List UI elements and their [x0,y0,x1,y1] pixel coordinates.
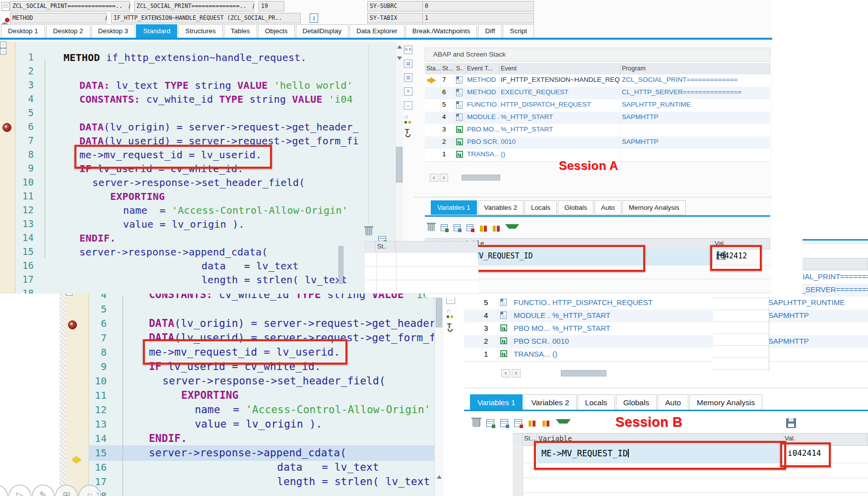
stack-scroll-left-button-a[interactable]: ‹ [430,174,438,182]
overlay-button-icon[interactable] [0,485,8,496]
stack-event-type-cell: MODULE .. [466,112,499,124]
stack-column-header[interactable]: Sta... [425,64,441,75]
var-tab-locals[interactable]: Locals [578,394,615,411]
stack-scroll-right-button-a[interactable]: › [440,174,448,182]
function-doc-icon [456,101,463,109]
compare-columns-icon[interactable] [528,419,537,429]
variables-tabstrip-b: Variables 1Variables 2LocalsGlobalsAutoM… [470,394,763,410]
debugger-collage: 1−METHOD if_http_extension~handle_reques… [0,0,868,496]
var-tab-globals[interactable]: Globals [616,394,657,411]
filter-column-icon[interactable] [556,419,565,429]
stack-level-cell: 4 [441,112,455,124]
debugger-window-session-a: ZCL_SOCIAL_PRINT==============.. / ZCL_S… [0,0,772,294]
compare-columns-icon[interactable] [479,224,488,233]
stack-row[interactable]: 1TRANSA...() [464,348,868,362]
stack-row[interactable]: 2PBO SCR...0010SAPMHTTP [425,136,770,149]
stack-program-cell: SAPMHTTP [620,112,770,124]
stack-hscrollbar-thumb-b[interactable] [561,370,606,376]
empty-variable-row[interactable] [513,478,868,493]
row-selector-cell [513,478,523,493]
pencil-icon[interactable]: ✎ [32,485,55,496]
stack-event-type-cell: TRANSA... [512,348,551,361]
stack-column-header[interactable]: St... [441,64,455,75]
delete-icon[interactable] [365,228,372,236]
stack-program-cell [620,124,770,136]
remove-variable-icon-glyph [514,419,522,427]
stack-program-cell [767,348,868,361]
var-tab-locals[interactable]: Locals [525,200,557,215]
stack-row[interactable]: 6METHODEXECUTE_REQUESTCL_HTTP_SERVER====… [425,87,770,100]
var-tab-memory-analysis[interactable]: Memory Analysis [689,394,762,411]
swap-columns-icon[interactable] [542,419,551,429]
stack-row[interactable]: 5FUNCTIO..HTTP_DISPATCH_REQUESTSAPLHTTP_… [425,99,770,112]
empty-variable-row[interactable] [513,493,868,496]
stack-row[interactable]: 4MODULE ..%_HTTP_STARTSAPMHTTP [464,310,868,323]
stack-current-cell [425,149,441,161]
stack-current-cell [425,136,441,149]
stack-level-cell: 3 [482,322,499,335]
stack-row[interactable]: 5FUNCTIO..HTTP_DISPATCH_REQUESTSAPLHTTP_… [464,297,868,310]
fragment-st-header: St.. [376,242,396,253]
select-variable-icon[interactable] [500,419,510,429]
var-tab-globals[interactable]: Globals [558,200,594,215]
stack-event-cell: 0010 [499,136,620,149]
row-selector-header-b [513,434,523,445]
stack-level-cell: 4 [482,310,499,322]
stack-event-type-cell: METHOD [466,74,499,87]
variables-underline-b [464,410,868,411]
select-variable-icon-glyph [500,419,508,427]
delete-icon[interactable] [472,419,482,429]
var-tab-variables-1[interactable]: Variables 1 [470,394,523,411]
row-selector-cell [513,493,523,496]
var-tab-variables-2[interactable]: Variables 2 [478,200,524,215]
stack-event-cell: HTTP_DISPATCH_REQUEST [499,99,620,112]
stack-program-cell: CL_HTTP_SERVER=============== [620,87,770,99]
stack-current-cell [464,310,482,322]
remove-variable-icon[interactable] [514,419,524,429]
row-selector-cell-b[interactable] [513,445,523,463]
current-stack-arrow-icon [430,77,436,84]
stack-row[interactable]: 3PBO MO...%_HTTP_START [425,124,770,137]
var-tab-auto[interactable]: Auto [595,200,621,215]
insert-variable-icon[interactable] [486,419,496,429]
filter-column-icon[interactable] [505,224,514,233]
stack-event-cell: %_HTTP_START [499,124,620,136]
stack-column-header[interactable]: Program [620,64,770,75]
stack-row[interactable]: 4MODULE ..%_HTTP_STARTSAPMHTTP [425,112,770,124]
annotation-box-value-a [710,245,762,271]
stack-row[interactable]: 3PBO MO...%_HTTP_START [464,322,868,336]
var-tab-variables-1[interactable]: Variables 1 [431,200,477,215]
method-doc-icon [456,89,463,96]
stack-program-cell: SAPLHTTP_RUNTIME [620,99,770,112]
stack-column-header[interactable]: S.. [455,64,466,75]
stack-icon-cell [455,99,466,112]
var-tab-memory-analysis[interactable]: Memory Analysis [622,200,686,215]
delete-icon-glyph [472,419,480,427]
screen-icon [500,350,507,357]
insert-variable-icon-glyph [486,419,494,427]
stack-row[interactable]: 2PBO SCR...0010SAPMHTTP [464,335,868,349]
variables-tool-fragment: St.. [364,226,478,294]
play-icon[interactable]: ▷ [8,485,31,496]
stack-scroll-right-button-b[interactable]: › [512,369,521,377]
stack-level-cell: 5 [482,297,499,310]
stack-current-cell [464,297,482,310]
stack-level-cell: 2 [482,335,499,348]
variables-tabstrip-a: Variables 1Variables 2LocalsGlobalsAutoM… [431,200,687,215]
stack-hscrollbar-thumb-a[interactable] [462,175,500,181]
stack-scroll-left-button-b[interactable]: ‹ [501,369,510,377]
stack-program-cell [767,322,868,335]
variables-underline-a [425,215,770,217]
stack-program-cell: SAPMHTTP [767,335,868,348]
stack-column-header[interactable]: Event T... [466,64,499,75]
var-tab-variables-2[interactable]: Variables 2 [524,394,576,411]
swap-columns-icon[interactable] [492,224,501,233]
var-tab-auto[interactable]: Auto [658,394,688,411]
stack-icon-cell [499,348,512,361]
stack-icon-cell [455,74,466,87]
save-layout-icon-b[interactable] [786,418,796,428]
stack-row[interactable]: 7METHODIF_HTTP_EXTENSION~HANDLE_REQUESTZ… [425,74,770,87]
stack-column-header[interactable]: Event [499,64,620,75]
stack-icon-cell [499,322,512,335]
stack-icon-cell [455,136,466,149]
